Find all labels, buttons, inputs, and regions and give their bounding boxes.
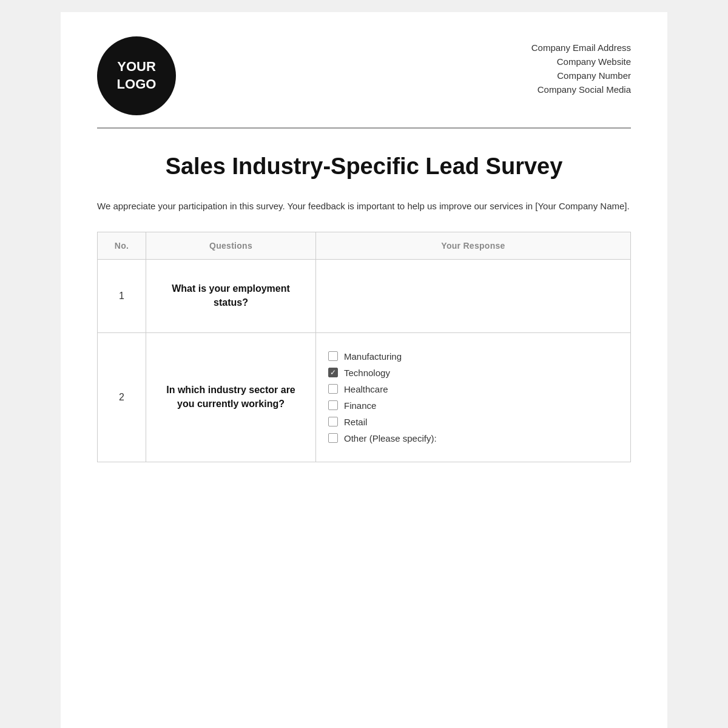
checkbox-unchecked-icon — [328, 400, 338, 410]
checkbox-unchecked-icon — [328, 384, 338, 394]
list-item[interactable]: Healthcare — [328, 384, 618, 394]
checkbox-label: Manufacturing — [344, 351, 402, 362]
list-item[interactable]: Retail — [328, 417, 618, 427]
list-item[interactable]: Other (Please specify): — [328, 433, 618, 443]
company-social-label: Company Social Media — [538, 84, 631, 95]
checkbox-list: Manufacturing✓TechnologyHealthcareFinanc… — [328, 345, 618, 450]
col-header-response: Your Response — [316, 232, 631, 259]
checkbox-unchecked-icon — [328, 351, 338, 361]
company-email-label: Company Email Address — [531, 42, 631, 53]
checkbox-checked-icon: ✓ — [328, 368, 338, 377]
checkbox-label: Finance — [344, 400, 376, 411]
list-item[interactable]: Finance — [328, 400, 618, 411]
list-item[interactable]: ✓Technology — [328, 368, 618, 378]
company-logo: YOUR LOGO — [97, 36, 176, 115]
header-divider — [97, 127, 631, 129]
table-header-row: No. Questions Your Response — [98, 232, 631, 259]
checkbox-unchecked-icon — [328, 433, 338, 443]
checkbox-unchecked-icon — [328, 417, 338, 426]
page: YOUR LOGO Company Email Address Company … — [61, 12, 667, 728]
logo-line1: YOUR — [117, 58, 156, 76]
row-question: In which industry sector are you current… — [146, 332, 316, 462]
col-header-no: No. — [98, 232, 146, 259]
checkbox-label: Other (Please specify): — [344, 433, 437, 443]
header: YOUR LOGO Company Email Address Company … — [97, 36, 631, 115]
company-website-label: Company Website — [557, 56, 631, 67]
survey-intro: We appreciate your participation in this… — [97, 199, 631, 214]
table-row: 2In which industry sector are you curren… — [98, 332, 631, 462]
col-header-questions: Questions — [146, 232, 316, 259]
logo-line2: LOGO — [117, 76, 157, 93]
company-info: Company Email Address Company Website Co… — [531, 36, 631, 95]
survey-table: No. Questions Your Response 1What is you… — [97, 232, 631, 462]
row-number: 1 — [98, 259, 146, 332]
row-number: 2 — [98, 332, 146, 462]
row-response: Manufacturing✓TechnologyHealthcareFinanc… — [316, 332, 631, 462]
row-question: What is your employment status? — [146, 259, 316, 332]
table-row: 1What is your employment status? — [98, 259, 631, 332]
company-number-label: Company Number — [557, 70, 631, 81]
row-response — [316, 259, 631, 332]
checkbox-label: Retail — [344, 417, 367, 427]
checkbox-label: Technology — [344, 368, 390, 378]
survey-title: Sales Industry-Specific Lead Survey — [97, 153, 631, 181]
checkbox-label: Healthcare — [344, 384, 388, 394]
list-item[interactable]: Manufacturing — [328, 351, 618, 362]
